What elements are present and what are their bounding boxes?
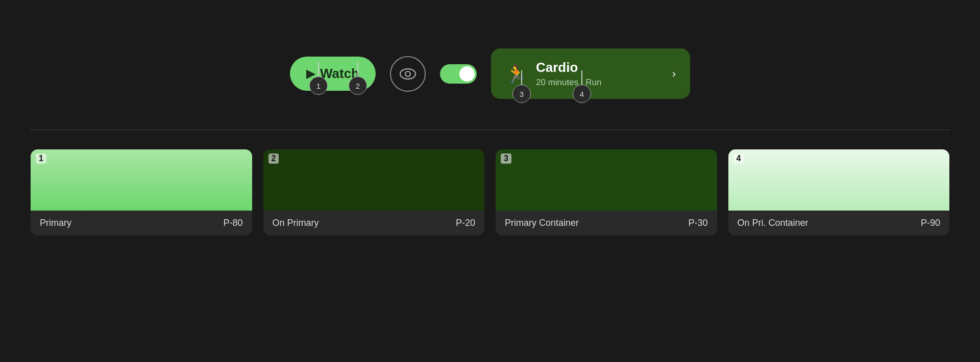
annotation-dot-3: 3 bbox=[512, 85, 531, 103]
annotation-4: 4 bbox=[573, 70, 591, 103]
annotation-dot-2: 2 bbox=[349, 76, 367, 95]
annotation-dot-4: 4 bbox=[573, 85, 591, 103]
swatch-color-2 bbox=[263, 149, 485, 211]
swatch-number-2: 2 bbox=[268, 153, 279, 164]
top-section: ▶ Watch 1 2 🏃 Cardio 20 minutes · Run bbox=[0, 0, 980, 130]
swatch-color-3 bbox=[496, 149, 717, 211]
toggle-switch[interactable] bbox=[440, 64, 477, 84]
cardio-title: Cardio bbox=[536, 60, 658, 75]
annotation-dot-1: 1 bbox=[309, 76, 328, 95]
swatch-name-3: Primary Container bbox=[505, 218, 579, 228]
swatch-label-row-2: On Primary P-20 bbox=[263, 211, 485, 236]
swatch-color-1 bbox=[31, 149, 252, 211]
annotation-2: 2 bbox=[349, 62, 367, 95]
swatch-on-primary: 2 On Primary P-20 bbox=[263, 149, 485, 236]
svg-point-1 bbox=[405, 71, 410, 76]
eye-button[interactable] bbox=[390, 56, 426, 92]
swatch-label-row-3: Primary Container P-30 bbox=[496, 211, 717, 236]
swatch-number-3: 3 bbox=[501, 153, 511, 164]
swatch-code-1: P-80 bbox=[223, 218, 242, 228]
cardio-info: Cardio 20 minutes · Run bbox=[536, 60, 658, 88]
eye-icon bbox=[400, 68, 416, 80]
swatch-color-4 bbox=[728, 149, 950, 211]
annotation-1: 1 bbox=[309, 62, 328, 95]
swatch-name-1: Primary bbox=[40, 218, 71, 228]
swatch-number-1: 1 bbox=[36, 153, 46, 164]
swatch-number-4: 4 bbox=[733, 153, 744, 164]
swatch-primary-container: 3 Primary Container P-30 bbox=[496, 149, 717, 236]
toggle-knob bbox=[459, 66, 475, 82]
cardio-subtitle: 20 minutes · Run bbox=[536, 77, 658, 88]
annotation-3: 3 bbox=[512, 70, 531, 103]
swatch-name-4: On Pri. Container bbox=[738, 218, 808, 228]
svg-point-0 bbox=[400, 69, 415, 79]
color-swatches-section: 1 Primary P-80 2 On Primary P-20 3 Prima… bbox=[0, 130, 980, 236]
swatch-code-2: P-20 bbox=[456, 218, 475, 228]
swatch-name-2: On Primary bbox=[273, 218, 319, 228]
swatch-label-row-1: Primary P-80 bbox=[31, 211, 252, 236]
swatch-label-row-4: On Pri. Container P-90 bbox=[728, 211, 950, 236]
swatch-primary: 1 Primary P-80 bbox=[31, 149, 252, 236]
chevron-right-icon: › bbox=[672, 67, 676, 81]
swatch-on-primary-container: 4 On Pri. Container P-90 bbox=[728, 149, 950, 236]
swatch-code-3: P-30 bbox=[688, 218, 707, 228]
swatch-code-4: P-90 bbox=[921, 218, 940, 228]
